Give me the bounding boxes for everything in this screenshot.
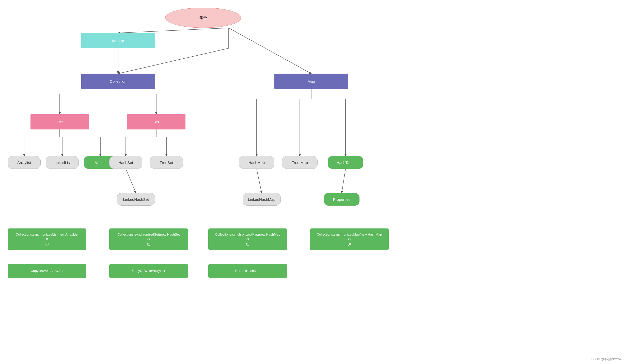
properties-node: Properties [324, 193, 359, 206]
map-label: Map [307, 79, 315, 84]
collection-label: Collection [110, 79, 127, 84]
list-label: List [57, 120, 62, 124]
treeset-node: TreeSet [150, 156, 183, 169]
svg-line-2 [118, 48, 229, 74]
copyonwritearraylist-node: CopyOnWriteArrayList [109, 264, 188, 278]
sync-set-node: Collections.synchronizedSet(new HashSet … [109, 228, 188, 250]
map-node: Map [274, 74, 348, 89]
copyonwritearrayset-node: CopyOnWriteArraySet [8, 264, 86, 278]
set-label: Set [153, 120, 159, 124]
sync-map2-label: Collections.synchronizedMap(new HashMap … [317, 232, 382, 246]
linkedlist-label: LinkedList [54, 160, 71, 165]
linkedhashset-label: LinkedHashSet [123, 197, 149, 202]
currenthashmap-node: CurrentHashMap [208, 264, 287, 278]
vector-label: Vector [95, 160, 106, 165]
sync-list-label: Collections.synchronizedList(new ArrayLi… [16, 232, 78, 246]
hashtable-label: HashTable [337, 160, 355, 165]
svg-line-18 [126, 169, 136, 193]
iterator-node: Iterator [81, 33, 155, 48]
hashset-label: HashSet [118, 160, 133, 165]
svg-line-25 [342, 169, 346, 193]
svg-line-0 [118, 28, 229, 33]
hashtable-node: HashTable [328, 156, 363, 169]
sync-map2-node: Collections.synchronizedMap(new HashMap … [310, 228, 389, 250]
svg-line-24 [257, 169, 262, 193]
properties-label: Properties [333, 197, 350, 202]
treemap-label: Tree Map [292, 160, 308, 165]
currenthashmap-label: CurrentHashMap [235, 269, 260, 273]
diagram-container: 集合 Iterator Collection Map List Set Arra… [0, 0, 626, 364]
connector-lines [0, 0, 626, 364]
hashset-node: HashSet [109, 156, 142, 169]
sync-map1-node: Collections.synchronizedMap(new HashMap … [208, 228, 287, 250]
svg-line-3 [229, 28, 311, 74]
sync-map1-label: Collections.synchronizedMap(new HashMap … [215, 232, 280, 246]
root-node: 集合 [165, 8, 241, 28]
sync-set-label: Collections.synchronizedSet(new HashSet … [118, 232, 180, 246]
set-node: Set [127, 114, 185, 129]
collection-node: Collection [81, 74, 155, 89]
sync-list-node: Collections.synchronizedList(new ArrayLi… [8, 228, 86, 250]
treemap-node: Tree Map [282, 156, 318, 169]
arraylist-label: Arraylist [17, 160, 31, 165]
root-label: 集合 [199, 15, 207, 20]
hashmap-label: HashMap [248, 160, 265, 165]
iterator-label: Iterator [112, 39, 124, 43]
copyonwritearraylist-label: CopyOnWriteArrayList [132, 269, 165, 273]
hashmap-node: HashMap [239, 156, 274, 169]
watermark: CSDN @小运比iswho [591, 357, 621, 361]
linkedhashmap-label: LinkedHashMap [248, 197, 275, 202]
linkedlist-node: LinkedList [46, 156, 79, 169]
linkedhashmap-node: LinkedHashMap [243, 193, 281, 206]
treeset-label: TreeSet [160, 160, 173, 165]
copyonwritearrayset-label: CopyOnWriteArraySet [31, 269, 63, 273]
list-node: List [30, 114, 89, 129]
arraylist-node: Arraylist [8, 156, 41, 169]
linkedhashset-node: LinkedHashSet [117, 193, 155, 206]
